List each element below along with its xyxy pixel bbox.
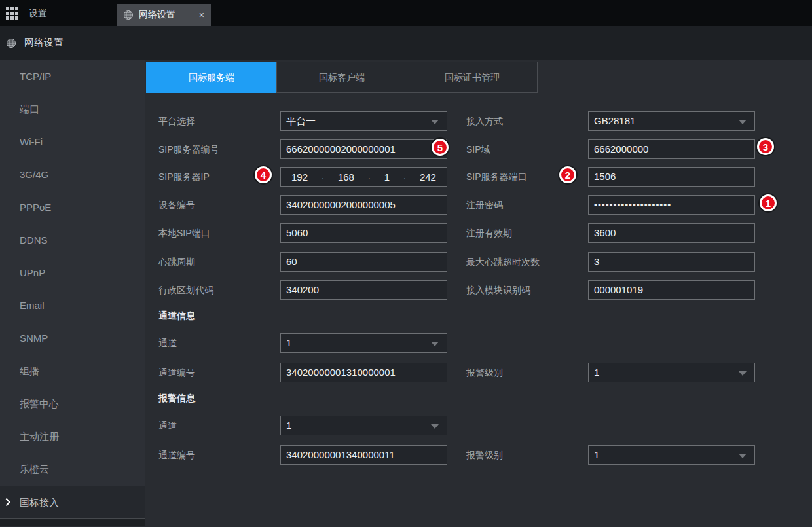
sidebar-item-tcpip[interactable]: TCP/IP [0,60,145,93]
close-tab-icon[interactable]: × [199,10,204,20]
chevron-down-icon [431,342,439,346]
gb28181-server-panel: 国标服务端 国标客户端 国标证书管理 平台选择 平台一 接入方式 GB28181… [145,60,812,526]
register-password-label: 注册密码 [466,195,503,215]
alarm-channel-id-input[interactable]: 34020000001340000011 [280,445,447,465]
tab-gb-client[interactable]: 国标客户端 [276,62,407,93]
chevron-down-icon [739,120,747,124]
settings-launcher-tab[interactable]: 设置 [29,0,47,26]
chevron-down-icon [431,120,439,124]
globe-icon [123,10,134,20]
sidebar-item-auto-register[interactable]: 主动注册 [0,420,145,453]
channel-info-section-title: 通道信息 [158,306,195,325]
local-sip-port-label: 本地SIP端口 [158,223,210,243]
callout-badge-1: 1 [760,194,777,211]
page-header: 网络设置 [0,26,812,60]
ip-octet-3[interactable]: 1 [384,172,390,183]
sidebar-item-ddns[interactable]: DDNS [0,224,145,257]
ip-octet-4[interactable]: 242 [420,172,436,183]
chevron-down-icon [739,454,747,458]
ip-octet-1[interactable]: 192 [291,172,308,183]
sidebar-item-wifi[interactable]: Wi-Fi [0,126,145,158]
apps-grid-icon[interactable] [6,7,19,20]
device-id-label: 设备编号 [158,195,195,215]
sidebar-item-alarm-center[interactable]: 报警中心 [0,388,145,420]
max-heartbeat-timeouts-input[interactable]: 3 [588,252,755,272]
ip-dot: . [403,172,405,181]
ip-dot: . [322,172,323,181]
alarm-info-section-title: 报警信息 [158,388,195,408]
sip-server-ip-input[interactable]: 192 . 168 . 1 . 242 [280,167,447,187]
sip-domain-input[interactable]: 6662000000 [588,139,755,159]
alarm-level-value: 1 [594,367,599,378]
gb28181-tabs: 国标服务端 国标客户端 国标证书管理 [146,62,538,93]
register-password-input[interactable]: •••••••••••••••••••• [588,195,755,215]
register-valid-period-label: 注册有效期 [466,223,512,243]
access-mode-label: 接入方式 [466,111,503,131]
channel-label: 通道 [158,333,177,353]
callout-badge-4: 4 [255,166,272,183]
alarm-channel-select[interactable]: 1 [280,416,447,435]
sidebar-item-3g4g[interactable]: 3G/4G [0,158,145,191]
alarm-level-select[interactable]: 1 [588,363,755,382]
platform-value: 平台一 [286,115,316,126]
heartbeat-period-input[interactable]: 60 [280,252,447,272]
sidebar-item-label: 国标接入 [20,497,59,508]
sip-server-id-label: SIP服务器编号 [158,139,219,159]
access-mode-value: GB28181 [594,115,635,126]
admin-division-code-label: 行政区划代码 [158,280,213,300]
sip-server-id-input[interactable]: 66620000002000000001 [280,139,447,159]
chevron-right-icon [5,498,10,507]
access-module-id-label: 接入模块识别码 [466,280,530,300]
sidebar-item-gb28181-access[interactable]: 国标接入 [0,486,145,518]
sidebar-item-email[interactable]: Email [0,289,145,322]
callout-badge-3: 3 [757,138,774,155]
window-tab-label: 网络设置 [139,9,194,21]
device-id-input[interactable]: 34020000002000000005 [280,195,447,215]
channel-select[interactable]: 1 [280,333,447,353]
sidebar-item-upnp[interactable]: UPnP [0,257,145,289]
alarm-channel-id-label: 通道编号 [158,445,195,465]
alarm-level-value: 1 [594,449,599,460]
platform-select[interactable]: 平台一 [280,111,447,131]
local-sip-port-input[interactable]: 5060 [280,223,447,243]
sidebar-item-multicast[interactable]: 组播 [0,355,145,388]
sidebar-item-lechange[interactable]: 乐橙云 [0,453,145,486]
channel-id-input[interactable]: 34020000001310000001 [280,363,447,382]
chevron-down-icon [431,424,439,429]
ip-octet-2[interactable]: 168 [338,172,354,183]
sidebar-item-snmp[interactable]: SNMP [0,322,145,355]
ip-dot: . [368,172,370,181]
channel-value: 1 [286,337,291,348]
alarm-level-label: 报警级别 [466,363,503,382]
access-module-id-input[interactable]: 000001019 [588,280,755,300]
alarm-level-label: 报警级别 [466,445,503,465]
tab-gb-server[interactable]: 国标服务端 [146,62,277,93]
network-settings-window-tab[interactable]: 网络设置 × [117,4,211,26]
sip-server-port-label: SIP服务器端口 [466,167,527,187]
top-bar: 设置 网络设置 × [0,0,812,26]
admin-division-code-input[interactable]: 340200 [280,280,447,300]
channel-id-label: 通道编号 [158,363,195,382]
heartbeat-period-label: 心跳周期 [158,252,195,272]
tab-gb-certificate[interactable]: 国标证书管理 [407,62,538,93]
page-title: 网络设置 [24,37,64,49]
sidebar-item-pppoe[interactable]: PPPoE [0,191,145,224]
alarm-level-select-2[interactable]: 1 [588,445,755,465]
sidebar-item-port[interactable]: 端口 [0,93,145,126]
alarm-channel-label: 通道 [158,416,177,435]
register-valid-period-input[interactable]: 3600 [588,223,755,243]
globe-icon [6,38,16,48]
sip-domain-label: SIP域 [466,139,490,159]
callout-badge-2: 2 [559,166,576,183]
chevron-down-icon [739,371,747,376]
platform-label: 平台选择 [158,111,195,131]
alarm-channel-value: 1 [286,420,291,431]
sidebar-bottom-strip [0,518,145,526]
callout-badge-5: 5 [432,139,449,156]
access-mode-select[interactable]: GB28181 [588,111,755,131]
settings-sidebar: TCP/IP 端口 Wi-Fi 3G/4G PPPoE DDNS UPnP Em… [0,60,145,526]
sip-server-ip-label: SIP服务器IP [158,167,210,187]
max-heartbeat-timeouts-label: 最大心跳超时次数 [466,252,540,272]
sip-server-port-input[interactable]: 1506 [588,167,755,187]
